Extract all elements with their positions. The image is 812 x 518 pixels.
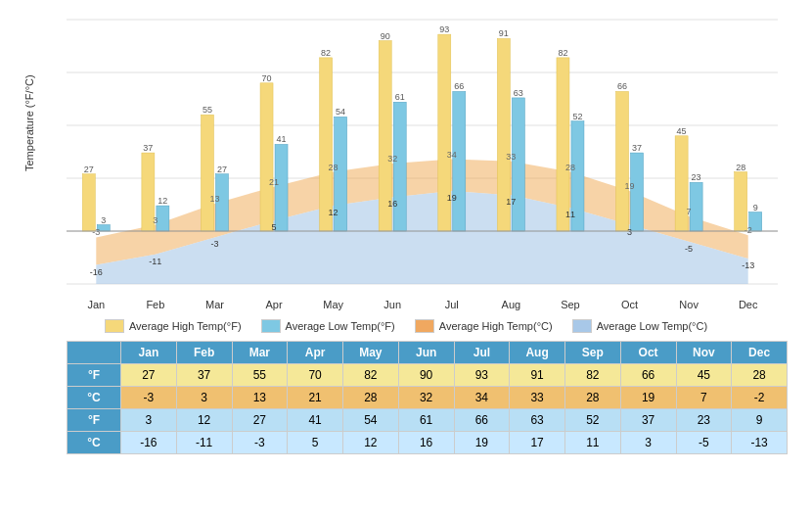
table-cell: 37: [620, 409, 676, 432]
svg-text:17: 17: [506, 197, 516, 207]
svg-text:66: 66: [617, 81, 627, 91]
table-cell: 54: [343, 409, 399, 432]
svg-text:-13: -13: [742, 260, 754, 270]
svg-rect-78: [616, 91, 629, 231]
table-cell: -2: [732, 387, 788, 409]
table-header-month: Feb: [176, 342, 232, 364]
svg-text:Aug: Aug: [502, 299, 521, 310]
legend-label-low-f: Average Low Temp(°F): [286, 320, 395, 332]
table-cell: 28: [565, 387, 621, 409]
table-cell: 27: [121, 364, 177, 387]
svg-rect-66: [512, 98, 524, 231]
data-table: JanFebMarAprMayJunJulAugSepOctNovDec°F27…: [67, 341, 788, 454]
svg-text:33: 33: [506, 152, 516, 162]
svg-text:63: 63: [514, 88, 523, 98]
table-cell: 82: [565, 364, 621, 387]
svg-text:21: 21: [269, 177, 279, 187]
svg-text:45: 45: [677, 126, 687, 136]
svg-text:-2: -2: [744, 225, 752, 235]
svg-rect-29: [201, 115, 213, 231]
svg-text:3: 3: [627, 227, 632, 237]
table-cell: 3: [620, 432, 676, 454]
table-cell: 32: [398, 387, 454, 409]
svg-text:9: 9: [753, 203, 758, 212]
svg-text:41: 41: [277, 134, 287, 144]
table-unit-label: °F: [68, 364, 121, 387]
table-cell: 12: [176, 409, 232, 432]
svg-text:19: 19: [625, 181, 635, 191]
table-cell: 52: [565, 409, 621, 432]
svg-text:-16: -16: [90, 267, 103, 277]
svg-text:-3: -3: [92, 227, 100, 237]
svg-text:55: 55: [203, 105, 212, 115]
svg-text:54: 54: [336, 107, 345, 117]
svg-text:28: 28: [736, 163, 745, 172]
table-unit-label: °F: [68, 409, 121, 432]
table-cell: 33: [510, 387, 565, 409]
legend-high-f: Average High Temp(°F): [105, 319, 242, 333]
svg-text:27: 27: [84, 165, 94, 174]
table-cell: 21: [288, 387, 343, 409]
table-header-month: Nov: [676, 342, 732, 364]
table-cell: 3: [121, 409, 177, 432]
svg-text:13: 13: [209, 194, 219, 204]
table-header-month: Oct: [620, 342, 676, 364]
svg-text:3: 3: [153, 215, 158, 225]
table-unit-label: °C: [68, 387, 121, 409]
svg-text:37: 37: [143, 143, 153, 153]
table-cell: 45: [676, 364, 732, 387]
table-cell: 66: [454, 409, 510, 432]
svg-text:27: 27: [217, 165, 227, 174]
table-cell: 19: [620, 387, 676, 409]
chart-area: Temperature (°F/°C) 1007550250-25Tempera…: [20, 10, 792, 313]
svg-rect-59: [453, 91, 466, 231]
table-header-month: May: [343, 342, 399, 364]
svg-text:93: 93: [439, 24, 449, 34]
table-cell: 5: [288, 432, 343, 454]
table-cell: -5: [676, 432, 732, 454]
svg-text:37: 37: [632, 143, 642, 153]
svg-text:23: 23: [692, 172, 701, 182]
svg-rect-80: [631, 153, 644, 231]
y-axis-label: Temperature (°F/°C): [23, 152, 35, 171]
table-cell: 82: [343, 364, 399, 387]
svg-text:12: 12: [329, 208, 338, 217]
svg-text:Jan: Jan: [87, 299, 105, 310]
table-cell: 93: [454, 364, 510, 387]
svg-text:82: 82: [321, 48, 331, 58]
table-cell: -16: [121, 432, 177, 454]
table-cell: 17: [510, 432, 565, 454]
table-cell: 16: [398, 432, 454, 454]
svg-rect-92: [735, 172, 747, 231]
legend: Average High Temp(°F) Average Low Temp(°…: [20, 319, 792, 333]
svg-text:82: 82: [558, 48, 567, 58]
table-cell: 55: [232, 364, 288, 387]
table-cell: 28: [343, 387, 399, 409]
table-header-month: Sep: [565, 342, 621, 364]
table-cell: -11: [176, 432, 232, 454]
legend-label-high-f: Average High Temp(°F): [129, 320, 242, 332]
legend-label-low-c: Average Low Temp(°C): [597, 320, 707, 332]
svg-text:-5: -5: [685, 244, 693, 254]
svg-text:34: 34: [447, 150, 457, 160]
svg-rect-15: [82, 174, 95, 231]
legend-low-f: Average Low Temp(°F): [261, 319, 395, 333]
svg-text:3: 3: [101, 215, 106, 225]
svg-rect-36: [260, 83, 273, 231]
table-cell: 66: [620, 364, 676, 387]
legend-box-low-c: [572, 319, 592, 333]
table-cell: 19: [454, 432, 510, 454]
table-cell: 91: [510, 364, 565, 387]
table-cell: 13: [232, 387, 288, 409]
svg-rect-43: [320, 58, 333, 231]
svg-text:90: 90: [381, 31, 390, 41]
svg-text:52: 52: [572, 112, 582, 121]
svg-rect-52: [393, 102, 406, 231]
svg-text:Apr: Apr: [265, 299, 282, 310]
chart-inner: 1007550250-25Temperature (°F/°C)273-3-16…: [67, 10, 788, 313]
table-row: °C-3313212832343328197-2: [68, 387, 788, 409]
table-row: °F3122741546166635237239: [68, 409, 788, 432]
svg-text:32: 32: [387, 154, 397, 164]
svg-text:Feb: Feb: [146, 299, 164, 310]
table-unit-label: °C: [68, 432, 121, 454]
